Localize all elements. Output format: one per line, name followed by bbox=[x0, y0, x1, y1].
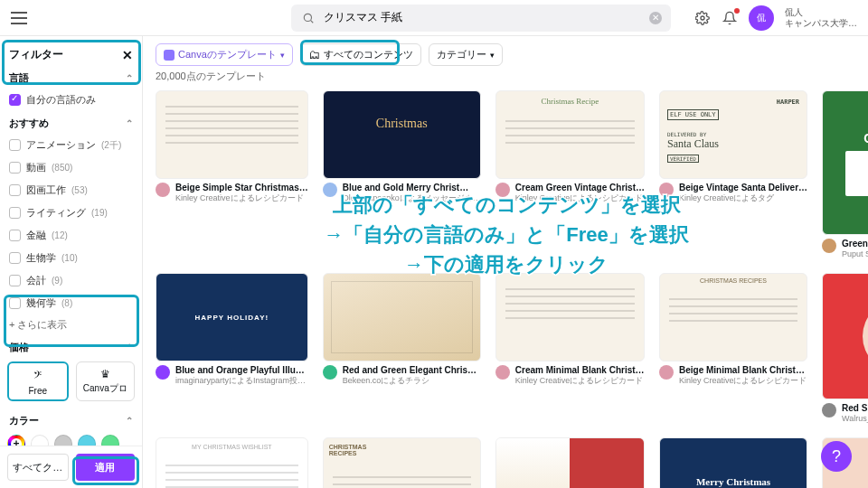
gear-icon[interactable] bbox=[694, 10, 711, 26]
close-icon[interactable]: ✕ bbox=[122, 48, 133, 62]
svg-point-0 bbox=[304, 14, 311, 21]
sidebar: フィルター ✕ 言語⌃ 自分の言語のみ おすすめ⌃ アニメーション (2千) 動… bbox=[0, 36, 143, 488]
svg-line-1 bbox=[311, 20, 314, 23]
canva-icon bbox=[164, 50, 175, 61]
crown-icon: ♛ bbox=[77, 368, 135, 380]
search-input[interactable] bbox=[324, 12, 642, 24]
chk-biology[interactable]: 生物学 (10) bbox=[7, 247, 135, 269]
chevron-down-icon: ▾ bbox=[490, 51, 495, 60]
chevron-down-icon: ▾ bbox=[280, 51, 285, 60]
chevron-up-icon: ⌃ bbox=[126, 73, 133, 83]
template-card[interactable]: MERRYCHRISTMAS Red Simple Retro Merry Ch… bbox=[822, 273, 868, 425]
chip-category[interactable]: カテゴリー ▾ bbox=[429, 43, 503, 66]
template-card[interactable]: Cream Minimal Blank Christ…Kinley Creati… bbox=[495, 273, 645, 425]
template-card[interactable]: HARPER ELF USE ONLY DELIVERED BY Santa C… bbox=[659, 90, 807, 260]
template-card[interactable]: HAPPY HOLIDAY! Blue and Orange Playful I… bbox=[156, 273, 308, 425]
avatar[interactable]: 侃 bbox=[749, 5, 774, 31]
swatch[interactable] bbox=[31, 435, 49, 446]
chk-craft[interactable]: 図画工作 (53) bbox=[7, 179, 135, 202]
svg-point-2 bbox=[701, 16, 704, 20]
checkbox-icon bbox=[9, 94, 21, 106]
search-icon bbox=[300, 10, 316, 26]
chk-animation[interactable]: アニメーション (2千) bbox=[7, 134, 135, 156]
template-card[interactable]: MY CHRISTMAS WISHLIST bbox=[156, 437, 308, 488]
swatch[interactable] bbox=[78, 435, 96, 446]
filter-header: フィルター ✕ bbox=[7, 43, 135, 66]
chk-video[interactable]: 動画 (850) bbox=[7, 156, 135, 179]
help-fab[interactable]: ? bbox=[821, 441, 852, 472]
color-swatches bbox=[7, 431, 135, 446]
clear-search-icon[interactable]: ✕ bbox=[649, 12, 662, 24]
section-color[interactable]: カラー⌃ bbox=[7, 408, 135, 431]
user-name: 侃人キャンパス大学… bbox=[785, 7, 857, 29]
swatch-add[interactable] bbox=[7, 435, 25, 446]
template-card[interactable]: Merry Christmas bbox=[659, 437, 807, 488]
chk-geometry[interactable]: 幾何学 (8) bbox=[7, 292, 135, 314]
template-card[interactable]: Christmas Blue and Gold Merry Christ…Ole… bbox=[323, 90, 481, 260]
section-price[interactable]: 価格⌃ bbox=[7, 335, 135, 358]
template-card[interactable]: Red and Green Elegant Chris…Bekeen.coによる… bbox=[323, 273, 481, 425]
clear-button[interactable]: すべてク… bbox=[7, 454, 69, 481]
top-bar: ✕ 侃 侃人キャンパス大学… bbox=[0, 0, 868, 36]
folder-icon: 🗂 bbox=[308, 48, 320, 61]
chevron-up-icon: ⌃ bbox=[126, 118, 133, 128]
chk-finance[interactable]: 金融 (12) bbox=[7, 224, 135, 247]
template-card[interactable]: Christmas Recipe Cream Green Vintage Chr… bbox=[495, 90, 645, 260]
bell-icon[interactable] bbox=[722, 10, 738, 26]
chk-own-language[interactable]: 自分の言語のみ bbox=[7, 89, 135, 111]
free-icon: 𝄢 bbox=[9, 369, 67, 384]
chevron-up-icon: ⌃ bbox=[126, 343, 133, 352]
section-recommended[interactable]: おすすめ⌃ bbox=[7, 111, 135, 134]
result-count: 20,000点のテンプレート bbox=[156, 70, 855, 83]
template-grid: Beige Simple Star Christmas…Kinley Creat… bbox=[156, 90, 855, 488]
swatch[interactable] bbox=[54, 435, 72, 446]
chip-all-content[interactable]: 🗂 すべてのコンテンツ bbox=[300, 43, 421, 66]
section-language[interactable]: 言語⌃ bbox=[7, 66, 135, 89]
chk-writing[interactable]: ライティング (19) bbox=[7, 202, 135, 224]
template-card[interactable]: CHRISTMAS RECIPES bbox=[323, 437, 481, 488]
main-area: Canvaのテンプレート ▾ 🗂 すべてのコンテンツ カテゴリー ▾ 20,00… bbox=[143, 36, 868, 488]
chk-accounting[interactable]: 会計 (9) bbox=[7, 269, 135, 292]
hamburger-icon[interactable] bbox=[11, 12, 27, 24]
template-card[interactable] bbox=[495, 437, 645, 488]
chevron-up-icon: ⌃ bbox=[126, 416, 133, 426]
swatch[interactable] bbox=[101, 435, 119, 446]
price-free[interactable]: 𝄢 Free bbox=[7, 361, 69, 401]
search-box[interactable]: ✕ bbox=[291, 5, 671, 32]
apply-button[interactable]: 適用 bbox=[76, 454, 136, 481]
template-card[interactable]: MerryChristmasAngie Bells! Green and Whi… bbox=[822, 90, 868, 260]
price-pro[interactable]: ♛ Canvaプロ bbox=[76, 361, 136, 401]
chip-canva-templates[interactable]: Canvaのテンプレート ▾ bbox=[156, 43, 293, 66]
template-card[interactable]: Beige Simple Star Christmas…Kinley Creat… bbox=[156, 90, 308, 260]
show-more[interactable]: + さらに表示 bbox=[7, 314, 135, 335]
template-card[interactable]: CHRISTMAS RECIPES Beige Minimal Blank Ch… bbox=[659, 273, 807, 425]
